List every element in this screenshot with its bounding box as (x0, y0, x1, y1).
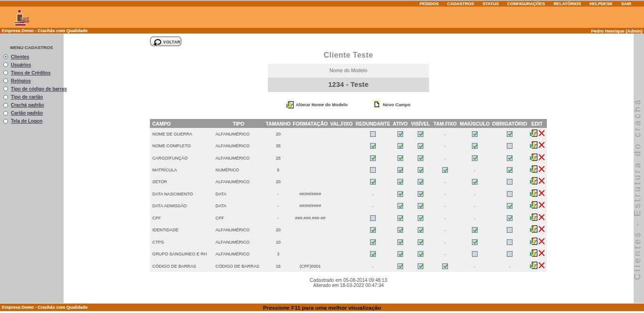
svg-text:EXPRESS: EXPRESS (20, 20, 30, 23)
